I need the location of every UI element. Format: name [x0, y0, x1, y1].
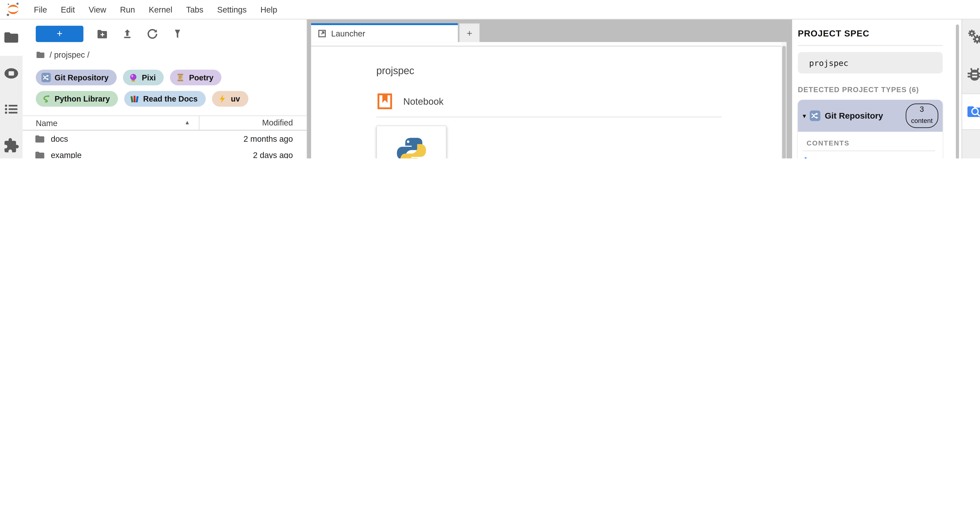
new-tab-button[interactable]: + [459, 23, 480, 42]
filter-icon[interactable] [171, 28, 184, 40]
refresh-icon[interactable] [146, 28, 159, 40]
project-type-git-repository: ▼Git Repository3contentCONTENTS▼remoteso… [798, 100, 943, 158]
launcher-tab-icon [317, 29, 327, 38]
project-type-badge-pixi[interactable]: Pixi [123, 70, 164, 85]
project-type-badge-uv[interactable]: uv [212, 91, 248, 107]
contents-header: CONTENTS [807, 139, 935, 147]
breadcrumb[interactable]: / projspec / [22, 50, 307, 60]
svg-text:{ }: { } [971, 109, 978, 114]
project-search-icon: { } [966, 103, 980, 121]
launcher-scrollbar [781, 42, 786, 158]
right-activity-bar: { } [962, 19, 980, 158]
left-activity-bar [0, 19, 22, 158]
shuffle-icon [810, 111, 820, 121]
dock-panel: Launcher + projspec NotebookPython 3 (ip… [307, 19, 792, 158]
home-folder-icon [36, 50, 45, 60]
badge-label: Read the Docs [143, 94, 197, 103]
books-icon [130, 94, 139, 104]
badge-label: Pixi [142, 73, 156, 82]
snake-icon [41, 94, 51, 104]
menu-view[interactable]: View [82, 0, 113, 19]
menu-bar: FileEditViewRunKernelTabsSettingsHelp [0, 0, 980, 19]
divider [798, 45, 943, 46]
file-name: example [51, 150, 200, 158]
crystal-ball-icon [129, 73, 138, 82]
badge-label: Poetry [189, 73, 213, 82]
menu-tabs[interactable]: Tabs [179, 0, 210, 19]
menu-edit[interactable]: Edit [54, 0, 82, 19]
badge-label: Git Repository [54, 73, 108, 82]
sidebar-tab-projspec[interactable]: { } [962, 94, 980, 130]
file-row[interactable]: example2 days ago [22, 147, 307, 158]
type-badges: 3content [905, 104, 938, 128]
column-header-modified[interactable]: Modified [199, 116, 307, 130]
file-name: docs [51, 134, 200, 143]
folder-icon [35, 150, 45, 158]
main-menu: FileEditViewRunKernelTabsSettingsHelp [27, 0, 284, 19]
file-browser-panel: + / projspec / Git RepositoryPixiPoetryP… [22, 19, 307, 158]
file-browser-toolbar: + [22, 19, 307, 42]
scrollbar-thumb[interactable] [956, 24, 959, 158]
menu-file[interactable]: File [27, 0, 54, 19]
property-inspector-icon[interactable] [966, 28, 980, 46]
panel-title: PROJECT SPEC [798, 28, 943, 38]
project-type-badge-python-library[interactable]: Python Library [36, 91, 118, 107]
menu-settings[interactable]: Settings [210, 0, 254, 19]
file-list-header: Name ▲ Modified [22, 115, 307, 131]
section-header: Notebook [376, 93, 722, 118]
project-type-header[interactable]: ▼Git Repository3content [798, 100, 943, 132]
badge-label: uv [231, 94, 240, 103]
project-type-label: Git Repository [825, 111, 905, 121]
type-contents: CONTENTS▼remotesoriginupstream▼tags0.0.1… [798, 132, 943, 158]
upload-icon[interactable] [121, 28, 134, 40]
scroll-icon [176, 73, 185, 82]
panel-scrollbar [955, 24, 959, 158]
notebook-section-icon [376, 93, 393, 110]
tree-group-remotes: ▼remotesoriginupstream [805, 158, 935, 158]
tab-launcher[interactable]: Launcher [311, 23, 458, 42]
menu-run[interactable]: Run [113, 0, 142, 19]
menu-kernel[interactable]: Kernel [142, 0, 179, 19]
file-list: docs2 months agoexample2 days agorecipe2… [22, 131, 307, 158]
launcher-content: projspec NotebookPython 3 (ipykernel)Con… [311, 46, 781, 158]
project-type-badge-git-repository[interactable]: Git Repository [36, 70, 117, 85]
shuffle-icon [41, 73, 51, 82]
detected-types-header: DETECTED PROJECT TYPES (6) [798, 86, 943, 93]
collapse-icon: ▼ [802, 113, 810, 119]
launcher-current-directory: projspec [376, 65, 722, 77]
divider [803, 151, 935, 151]
folder-icon [35, 133, 45, 144]
jupyterlab-window: FileEditViewRunKernelTabsSettingsHelp + … [0, 0, 980, 158]
sidebar-tab-files[interactable] [0, 19, 22, 56]
project-type-badge-read-the-docs[interactable]: Read the Docs [124, 91, 206, 107]
new-launcher-button[interactable]: + [36, 26, 83, 42]
file-row[interactable]: docs2 months ago [22, 131, 307, 147]
python-logo-icon [395, 132, 428, 158]
new-folder-icon[interactable] [96, 28, 108, 40]
count-badge-content: 3content [905, 104, 938, 128]
project-name-box: projspec [798, 52, 943, 73]
debugger-bug-icon[interactable] [966, 66, 980, 83]
file-modified: 2 days ago [200, 150, 307, 158]
scrollbar-thumb[interactable] [782, 46, 786, 158]
file-modified: 2 months ago [200, 134, 307, 143]
tab-bar: Launcher + [307, 19, 792, 42]
project-type-badge-poetry[interactable]: Poetry [170, 70, 221, 85]
project-type-badges: Git RepositoryPixiPoetryPython LibraryRe… [22, 60, 307, 107]
launcher-cards: Python 3 (ipykernel) [376, 126, 722, 158]
lightning-icon [218, 94, 227, 104]
breadcrumb-path: / projspec / [49, 50, 89, 60]
project-spec-panel: PROJECT SPEC projspec DETECTED PROJECT T… [792, 19, 962, 158]
launcher-card-python-3-ipykernel[interactable]: Python 3 (ipykernel) [376, 126, 447, 158]
launcher-section-notebook: NotebookPython 3 (ipykernel) [376, 93, 722, 158]
extensions-icon[interactable] [3, 137, 19, 154]
launcher-area: projspec NotebookPython 3 (ipykernel)Con… [311, 42, 786, 158]
menu-help[interactable]: Help [253, 0, 284, 19]
table-of-contents-icon[interactable] [3, 101, 19, 117]
badge-label: Python Library [54, 94, 110, 103]
section-label: Notebook [403, 96, 444, 107]
sort-ascending-icon: ▲ [185, 119, 190, 125]
column-header-name[interactable]: Name ▲ [22, 118, 199, 128]
folder-icon [3, 29, 19, 46]
running-sessions-icon[interactable] [3, 65, 19, 81]
